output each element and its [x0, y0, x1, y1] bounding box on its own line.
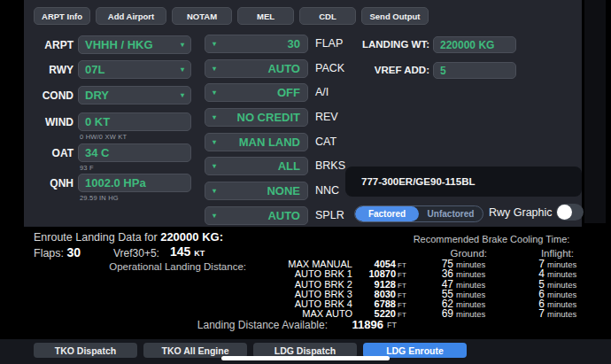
- anti-ice-dropdown[interactable]: ▾OFF: [205, 83, 308, 102]
- brake-cooling-title: Recommended Brake Cooling Time:: [398, 234, 584, 244]
- minutes-unit: minutes: [545, 309, 576, 319]
- chevron-down-icon: ▾: [181, 92, 184, 99]
- lda-label: Landing Distance Available:: [115, 319, 328, 331]
- minutes-unit: minutes: [453, 299, 489, 309]
- row-inflight-minutes: 6: [489, 299, 545, 309]
- rev-dropdown[interactable]: ▾NO CREDIT: [205, 108, 308, 127]
- arpt-value: VHHH / HKG: [85, 38, 153, 51]
- aircraft-selector[interactable]: 777-300ER/GE90-115BL: [345, 167, 582, 197]
- operational-distance-label: Operational Landing Distance:: [34, 261, 246, 272]
- pack-value: AUTO: [267, 62, 300, 75]
- brks-dropdown[interactable]: ▾ALL: [205, 157, 308, 175]
- anti-ice-value: OFF: [277, 86, 300, 99]
- cdl-button[interactable]: CDL: [299, 7, 356, 25]
- row-distance-unit: FT: [396, 300, 412, 310]
- notam-button[interactable]: NOTAM: [172, 7, 232, 25]
- splr-value: AUTO: [267, 209, 300, 222]
- chevron-down-icon: ▾: [213, 89, 216, 97]
- anti-ice-label: A/I: [315, 86, 368, 98]
- chevron-down-icon: ▾: [213, 114, 216, 121]
- splr-dropdown[interactable]: ▾AUTO: [205, 206, 308, 225]
- chevron-down-icon: ▾: [213, 66, 216, 73]
- nnc-value: NONE: [267, 184, 300, 197]
- vref-add-input[interactable]: 5: [433, 62, 516, 79]
- flap-value: 30: [288, 37, 300, 50]
- minutes-unit: minutes: [453, 259, 489, 269]
- oat-fahrenheit: 93 F: [80, 164, 94, 172]
- landing-wt-input[interactable]: 220000 KG: [433, 36, 516, 53]
- cat-label: CAT: [315, 136, 368, 148]
- row-distance-unit: FT: [396, 281, 412, 290]
- home-indicator[interactable]: [221, 356, 390, 360]
- vref-readout-value: 145 KT: [170, 244, 205, 259]
- top-toolbar: ARPT Info Add Airport NOTAM MEL CDL Send…: [34, 7, 429, 25]
- oat-input[interactable]: 34 C: [78, 143, 191, 162]
- chevron-down-icon: ▾: [181, 42, 184, 49]
- wind-label: WIND: [24, 116, 73, 128]
- oat-label: OAT: [24, 147, 73, 159]
- arpt-dropdown[interactable]: VHHH / HKG▾: [78, 35, 191, 54]
- wind-input[interactable]: 0 KT: [78, 112, 191, 131]
- minutes-unit: minutes: [545, 299, 576, 309]
- arpt-info-button[interactable]: ARPT Info: [34, 7, 90, 25]
- row-inflight-minutes: 7: [489, 259, 545, 269]
- cond-label: COND: [24, 89, 73, 102]
- wind-value: 0 KT: [85, 115, 110, 128]
- tab-tko-dispatch[interactable]: TKO Dispatch: [34, 343, 137, 358]
- row-distance: 10870: [352, 269, 396, 279]
- cond-value: DRY: [85, 89, 109, 102]
- flap-dropdown[interactable]: ▾30: [205, 35, 308, 53]
- flaps-readout: Flaps: 30: [34, 245, 81, 259]
- minutes-unit: minutes: [545, 290, 576, 299]
- results-title-weight: 220000 KG:: [160, 230, 223, 244]
- landing-wt-label: LANDING WT:: [328, 39, 429, 50]
- mel-button[interactable]: MEL: [237, 7, 294, 25]
- row-distance-unit: FT: [396, 290, 412, 300]
- nnc-dropdown[interactable]: ▾NONE: [205, 182, 308, 200]
- vref-number: 145: [170, 244, 194, 259]
- rwy-graphic-toggle[interactable]: [556, 204, 584, 221]
- row-distance-unit: FT: [396, 270, 412, 280]
- cond-dropdown[interactable]: DRY▾: [78, 86, 191, 105]
- send-output-button[interactable]: Send Output: [361, 7, 429, 25]
- factored-option[interactable]: Factored: [355, 206, 419, 221]
- minutes-unit: minutes: [453, 280, 489, 290]
- chevron-down-icon: ▾: [213, 139, 216, 146]
- aircraft-type: 777-300ER/GE90-115BL: [361, 176, 476, 187]
- flaps-readout-label: Flaps:: [34, 247, 67, 259]
- row-inflight-minutes: 6: [489, 290, 545, 299]
- rwy-value: 07L: [85, 63, 104, 76]
- cat-dropdown[interactable]: ▾MAN LAND: [205, 133, 308, 151]
- rev-label: REV: [315, 111, 368, 123]
- chevron-down-icon: ▾: [213, 163, 216, 170]
- unfactored-option[interactable]: Unfactored: [419, 206, 483, 221]
- row-inflight-minutes: 5: [489, 280, 545, 290]
- minutes-unit: minutes: [545, 280, 576, 290]
- vref-add-value: 5: [440, 65, 446, 77]
- row-name: AUTO BRK 1: [248, 269, 352, 279]
- rwy-dropdown[interactable]: 07L▾: [78, 60, 191, 79]
- minutes-unit: minutes: [545, 269, 576, 279]
- wind-components: 0 HW/0 XW KT: [80, 133, 127, 141]
- rwy-graphic-label: Rwy Graphic: [489, 206, 553, 219]
- pack-dropdown[interactable]: ▾AUTO: [205, 59, 308, 78]
- toggle-knob: [557, 205, 572, 220]
- lda-value: 11896: [332, 318, 383, 331]
- distance-table: MAX MANUAL4054FT75minutes7minutes AUTO B…: [248, 259, 576, 320]
- add-airport-button[interactable]: Add Airport: [96, 7, 166, 25]
- rwy-label: RWY: [24, 64, 73, 76]
- row-ground-minutes: 69: [412, 309, 453, 319]
- qnh-label: QNH: [24, 177, 73, 190]
- lda-unit: FT: [387, 321, 397, 329]
- flaps-readout-value: 30: [67, 245, 81, 259]
- landing-wt-value: 220000 KG: [440, 39, 494, 51]
- qnh-input[interactable]: 1002.0 HPa: [78, 174, 191, 192]
- chevron-down-icon: ▾: [213, 188, 216, 195]
- minutes-unit: minutes: [453, 290, 489, 299]
- qnh-inhg: 29.59 IN HG: [80, 194, 119, 202]
- minutes-unit: minutes: [453, 269, 489, 279]
- row-distance-unit: FT: [396, 310, 412, 320]
- rev-value: NO CREDIT: [237, 111, 301, 124]
- ground-column-header: Ground:: [425, 248, 487, 259]
- minutes-unit: minutes: [453, 309, 489, 319]
